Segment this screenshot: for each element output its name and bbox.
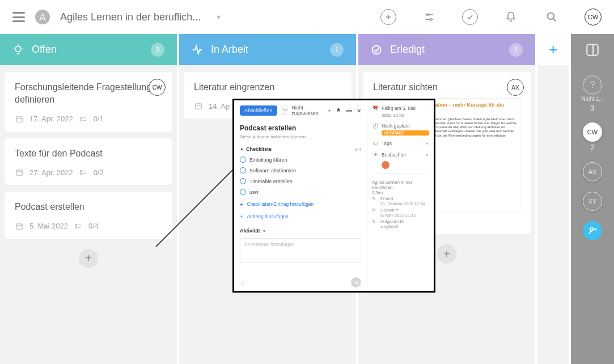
checkbox-icon[interactable] (240, 178, 246, 184)
upgrade-badge[interactable]: UPGRADE (382, 130, 429, 136)
checklist-item-label: Einteilung klären (249, 157, 287, 163)
brand-icon[interactable] (35, 10, 50, 24)
unassigned-count: 3 (590, 103, 595, 112)
checklist-icon (79, 115, 88, 124)
assign-button[interactable]: ? Nicht zugewiesen ▼ (282, 105, 332, 116)
bell-icon[interactable] (503, 9, 519, 25)
right-sidebar: ? Nicht z... 3 CW 2 AX XY (571, 34, 614, 364)
due-field[interactable]: 📅Fällig am 5. Mai 2022 12:00 (372, 105, 429, 118)
column-title: In Arbeit (211, 44, 248, 56)
add-card-button[interactable]: + (79, 249, 98, 268)
svg-point-5 (430, 19, 431, 20)
menu-icon[interactable] (12, 12, 25, 22)
topbar: Agiles Lernen in der beruflich... ▼ CW (0, 0, 614, 34)
svg-line-7 (553, 19, 556, 22)
chevron-down-icon: ▼ (425, 153, 429, 157)
column-count: 1 (330, 43, 344, 57)
column-header-open[interactable]: Offen 3 (0, 34, 177, 65)
comment-input[interactable]: Kommentar hinzufügen (240, 238, 361, 263)
add-checklist-item[interactable]: +Checklisten-Eintrag hinzufügen (240, 201, 361, 208)
pin-icon[interactable] (336, 107, 341, 114)
person-count: 2 (590, 143, 595, 152)
person-avatar[interactable]: XY (583, 192, 602, 211)
due-value: 2022 12:00 (372, 113, 429, 118)
chevron-down-icon: ▼ (240, 147, 244, 151)
checkbox-icon[interactable] (240, 167, 246, 173)
views-icon[interactable] (571, 34, 614, 65)
comment-placeholder: Kommentar hinzufügen (244, 242, 294, 247)
checklist-item[interactable]: usw (240, 189, 361, 195)
title-dropdown-icon[interactable]: ▼ (215, 14, 222, 20)
svg-point-3 (427, 14, 429, 15)
checklist-item-label: Timetable erstellen (249, 179, 293, 184)
created-value: 21. Februar 2022 17:34 (380, 201, 425, 206)
card-meta: 27. Apr. 2022 0/2 (15, 168, 162, 177)
checklist-item[interactable]: Einteilung klären (240, 156, 361, 163)
checkbox-icon[interactable] (240, 156, 246, 163)
add-icon[interactable] (380, 9, 396, 25)
card-checklist: 0/1 (94, 115, 104, 123)
plus-icon: + (240, 201, 243, 208)
checkbox-icon[interactable] (240, 189, 246, 195)
search-icon[interactable] (544, 9, 560, 25)
column-open: Offen 3 CW Forschungsleitende Fragestell… (0, 34, 177, 364)
modified-label: Geändert (380, 208, 416, 213)
send-button[interactable] (351, 277, 361, 287)
tags-label: Tags (382, 141, 392, 146)
checklist-header[interactable]: ▼ Checkliste 0/4 (240, 146, 361, 152)
svg-rect-19 (16, 170, 23, 175)
add-card-button[interactable]: + (437, 244, 456, 264)
tag-icon: 🏷 (372, 140, 379, 147)
card[interactable]: CW Forschungsleitende Fragestellung defi… (5, 72, 172, 132)
page-title: Agiles Lernen in der beruflich... (60, 11, 201, 23)
svg-rect-25 (16, 223, 23, 228)
plan-field[interactable]: 🕐Nicht geplant UPGRADE (372, 122, 429, 136)
chevron-down-icon: ▼ (425, 142, 429, 146)
more-icon[interactable]: ••• (346, 108, 352, 114)
checklist-item[interactable]: Software abstimmen (240, 167, 361, 173)
activity-header[interactable]: Aktivität▼ (240, 228, 361, 234)
card-meta: 5. Mai 2022 0/4 (15, 222, 162, 231)
due-label: Fällig am 5. Mai (382, 105, 416, 111)
check-icon[interactable] (462, 9, 478, 25)
person-group[interactable]: CW 2 (583, 122, 602, 152)
column-header-done[interactable]: Erledigt 1 (358, 34, 535, 65)
complete-button[interactable]: Abschließen (240, 105, 277, 116)
calendar-icon (15, 222, 24, 231)
svg-rect-17 (80, 120, 81, 121)
modal-sidebar: 📅Fällig am 5. Mai 2022 12:00 🕐Nicht gepl… (367, 100, 434, 291)
svg-point-6 (548, 13, 554, 20)
svg-rect-27 (75, 224, 77, 225)
person-avatar[interactable]: AX (583, 162, 602, 181)
calendar-icon (15, 168, 24, 177)
add-attachment[interactable]: +Anhang hinzufügen (240, 213, 361, 220)
column-header-work[interactable]: In Arbeit 1 (179, 34, 356, 65)
activity-label: Aktivität (240, 228, 260, 234)
calendar-icon: 📅 (372, 105, 379, 112)
close-icon[interactable]: ✕ (357, 108, 361, 114)
add-column-button[interactable]: + (549, 41, 557, 58)
card-title: Texte für den Podcast (15, 147, 162, 160)
question-icon: ? (583, 75, 602, 95)
card-title: Literatur sichten (373, 81, 520, 94)
checklist-section: ▼ Checkliste 0/4 Einteilung klären Softw… (240, 146, 361, 220)
card[interactable]: Texte für den Podcast 27. Apr. 2022 0/2 (5, 138, 172, 185)
modified-value: 8. April 2022 11:12 (380, 213, 416, 218)
modal-subtitle: Diese Aufgabe hat keine Notizen. (240, 134, 361, 139)
checklist-item-label: usw (249, 189, 259, 195)
tags-field[interactable]: 🏷Tags▼ (372, 140, 429, 147)
svg-point-40 (590, 228, 593, 231)
task-modal: Abschließen ? Nicht zugewiesen ▼ ••• ✕ P… (232, 99, 435, 293)
card-checklist: 0/2 (94, 168, 104, 177)
checklist-item[interactable]: Timetable erstellen (240, 178, 361, 184)
svg-point-33 (372, 45, 381, 54)
card[interactable]: Podcast erstellen 5. Mai 2022 0/4 (5, 192, 172, 238)
card-date: 17. Apr. 2022 (29, 115, 73, 123)
emoji-icon[interactable]: ☺ (240, 280, 245, 286)
observer-field[interactable]: 👁Beobachter▼ (372, 151, 429, 169)
user-avatar[interactable]: CW (585, 9, 602, 26)
top-actions: CW (380, 9, 602, 26)
unassigned-group[interactable]: ? Nicht z... 3 (582, 75, 604, 112)
add-person-button[interactable] (583, 221, 602, 240)
filter-icon[interactable] (421, 9, 437, 25)
